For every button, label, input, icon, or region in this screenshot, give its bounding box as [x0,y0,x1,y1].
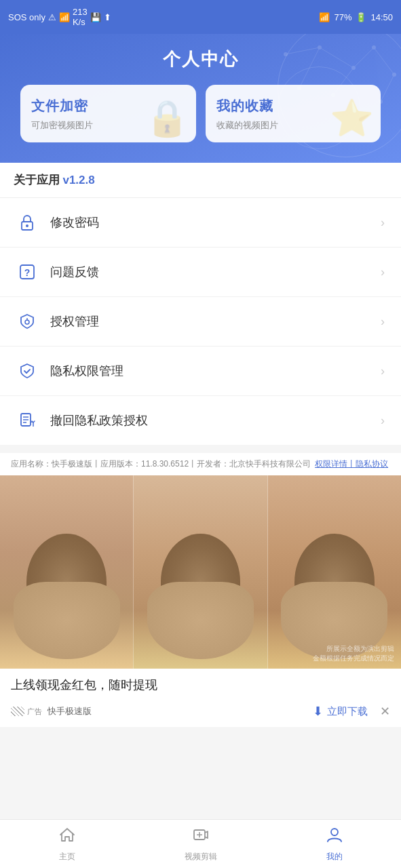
arrow-icon-2: › [381,315,385,329]
card-title-encrypt: 文件加密 [31,97,93,115]
ad-container: 应用名称：快手极速版丨应用版本：11.8.30.6512丨开发者：北京快手科技有… [0,453,401,727]
my-nav-label: 我的 [326,851,343,863]
doc-revoke-menu-icon [16,410,38,431]
arrow-icon-3: › [381,364,385,378]
bottom-nav: 主页 视频剪辑 我的 [0,819,401,868]
upload-icon: ⬆ [104,12,111,22]
ad-watermark: 所展示全额为演出剪辑 金额根据任务完成情况而定 [313,644,394,663]
about-label: 关于应用 [14,174,60,186]
signal-bars: 📶 [319,12,330,22]
battery-icon: 🔋 [356,12,366,22]
battery-text: 77% [334,12,351,22]
menu-list: 修改密码 › ? 问题反馈 › 授权管理 › [0,198,401,445]
card-text-favorites: 我的收藏 收藏的视频图片 [216,97,278,132]
status-bar: SOS only ⚠ 📶 213K/s 💾 ⬆ 📶 77% 🔋 14:50 [0,0,401,34]
svg-text:?: ? [24,267,31,278]
video-edit-nav-label: 视频剪辑 [185,851,217,863]
lock-menu-icon [16,212,38,233]
video-nav-icon [192,826,210,848]
download-icon: ⬇ [313,704,323,719]
page-title: 个人中心 [14,41,387,85]
status-right: 📶 77% 🔋 14:50 [319,12,393,22]
ad-badge-label: 广告 [27,707,42,717]
cat-image-3 [268,475,401,669]
my-favorites-card[interactable]: 我的收藏 收藏的视频图片 ⭐ [206,85,381,142]
auth-label: 授权管理 [50,313,381,330]
card-text-encrypt: 文件加密 可加密视频图片 [31,97,93,132]
svg-point-20 [25,320,29,324]
question-menu-icon: ? [16,261,38,283]
ad-caption: 上线领现金红包，随时提现 [0,669,401,698]
arrow-icon-0: › [381,216,385,230]
privacy-label: 隐私权限管理 [50,363,381,379]
shield-check-menu-icon [16,360,38,382]
menu-item-change-password[interactable]: 修改密码 › [0,198,401,248]
menu-item-auth[interactable]: 授权管理 › [0,297,401,347]
menu-item-privacy[interactable]: 隐私权限管理 › [0,347,401,396]
menu-item-feedback[interactable]: ? 问题反馈 › [0,248,401,297]
arrow-icon-1: › [381,265,385,279]
ad-image: 所展示全额为演出剪辑 金额根据任务完成情况而定 [0,475,401,669]
ad-badge: 广告 [11,707,42,717]
wifi-icon: 📶 [59,12,70,22]
cat-image-1 [0,475,133,669]
svg-point-29 [331,829,338,835]
svg-point-17 [26,224,28,227]
nav-item-home[interactable]: 主页 [0,821,134,868]
card-subtitle-favorites: 收藏的视频图片 [216,119,278,132]
ad-info-links[interactable]: 权限详情丨隐私协议 [315,458,388,470]
warning-icon: ⚠ [48,12,56,22]
ad-badge-icon [11,707,24,716]
card-subtitle-encrypt: 可加密视频图片 [31,119,93,132]
home-nav-label: 主页 [59,851,75,863]
shield-menu-icon [16,311,38,332]
ad-close-button[interactable]: ✕ [380,704,390,719]
download-label: 立即下载 [327,705,368,718]
revoke-privacy-label: 撤回隐私政策授权 [50,412,381,429]
speed-text: 213K/s [73,7,88,27]
feedback-label: 问题反馈 [50,264,381,280]
change-password-label: 修改密码 [50,214,381,231]
ad-source: 快手极速版 [47,705,92,717]
star-icon: ⭐ [330,98,374,139]
time-text: 14:50 [370,12,393,22]
sd-icon: 💾 [90,12,101,22]
about-version-text: v1.2.8 [62,174,94,186]
ad-info-text: 应用名称：快手极速版丨应用版本：11.8.30.6512丨开发者：北京快手科技有… [11,458,311,470]
header: 个人中心 文件加密 可加密视频图片 🔒 我的收藏 收藏的视频图片 ⭐ [0,34,401,163]
status-left: SOS only ⚠ 📶 213K/s 💾 ⬆ [8,7,111,27]
nav-item-video-edit[interactable]: 视频剪辑 [134,821,267,868]
cards-row: 文件加密 可加密视频图片 🔒 我的收藏 收藏的视频图片 ⭐ [14,85,387,142]
sos-text: SOS only [8,12,45,22]
lock-icon: 🔒 [145,98,189,139]
file-encrypt-card[interactable]: 文件加密 可加密视频图片 🔒 [20,85,196,142]
nav-item-my[interactable]: 我的 [267,821,401,868]
card-title-favorites: 我的收藏 [216,97,278,115]
cat-image-2 [133,475,267,669]
home-nav-icon [58,826,76,848]
person-nav-icon [326,826,343,848]
about-section: 关于应用 v1.2.8 [0,163,401,198]
ad-info-bar: 应用名称：快手极速版丨应用版本：11.8.30.6512丨开发者：北京快手科技有… [0,453,401,475]
arrow-icon-4: › [381,414,385,428]
menu-item-revoke-privacy[interactable]: 撤回隐私政策授权 › [0,396,401,445]
ad-bottom-bar: 广告 快手极速版 ⬇ 立即下载 ✕ [0,698,401,727]
ad-download-button[interactable]: ⬇ 立即下载 [313,704,368,719]
